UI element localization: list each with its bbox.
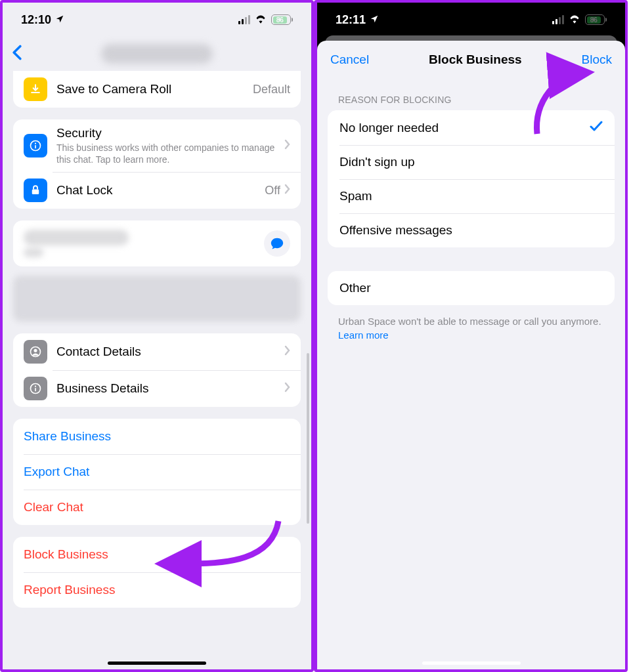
status-time: 12:11 <box>336 13 366 27</box>
action-report-business[interactable]: Report Business <box>13 572 301 608</box>
cancel-button[interactable]: Cancel <box>330 52 369 67</box>
row-value: Off <box>265 184 280 198</box>
redacted-section <box>13 276 301 322</box>
chevron-right-icon <box>284 184 290 198</box>
nav-bar <box>3 37 311 71</box>
cellular-icon <box>552 15 564 24</box>
lock-icon <box>24 178 47 202</box>
svg-rect-2 <box>35 145 36 148</box>
chevron-right-icon <box>284 382 290 396</box>
scroll-indicator <box>307 353 309 524</box>
reason-no-longer-needed[interactable]: No longer needed <box>328 110 615 145</box>
home-indicator <box>108 662 206 665</box>
message-button[interactable] <box>264 230 290 257</box>
svg-point-1 <box>35 143 36 144</box>
contact-icon <box>24 340 47 364</box>
row-label: Contact Details <box>56 345 275 359</box>
action-block-business[interactable]: Block Business <box>13 537 301 572</box>
row-label: Business Details <box>56 381 275 396</box>
reason-didnt-sign-up[interactable]: Didn't sign up <box>328 145 615 179</box>
learn-more-link[interactable]: Learn more <box>338 329 389 341</box>
reason-other[interactable]: Other <box>328 271 615 305</box>
chevron-right-icon <box>284 345 290 359</box>
row-label: Save to Camera Roll <box>56 82 244 96</box>
svg-point-5 <box>34 349 37 352</box>
svg-point-7 <box>35 386 36 387</box>
redacted-text <box>24 230 129 245</box>
action-share-business[interactable]: Share Business <box>13 419 301 454</box>
chevron-right-icon <box>284 139 290 153</box>
back-button[interactable] <box>12 45 22 63</box>
block-modal: Cancel Block Business Block REASON FOR B… <box>317 41 625 669</box>
svg-rect-8 <box>35 388 36 392</box>
right-screenshot: 12:11 86 Cancel Block Business Block REA… <box>314 0 628 672</box>
modal-title: Block Business <box>429 52 522 67</box>
battery-icon: 86 <box>585 14 607 25</box>
nav-title-redacted <box>101 44 213 64</box>
info-icon <box>24 134 47 158</box>
action-clear-chat[interactable]: Clear Chat <box>13 490 301 525</box>
row-security[interactable]: Security This business works with other … <box>13 119 301 172</box>
location-icon <box>370 13 379 27</box>
info-icon <box>24 377 47 400</box>
redacted-text <box>24 248 43 257</box>
row-value: Default <box>253 83 290 96</box>
left-screenshot: 12:10 86 Save to Camera R <box>0 0 314 672</box>
row-business-details[interactable]: Business Details <box>13 370 301 407</box>
status-time: 12:10 <box>21 13 51 27</box>
row-label: Security <box>56 126 275 140</box>
phone-number-section <box>13 220 301 266</box>
action-export-chat[interactable]: Export Chat <box>13 454 301 490</box>
block-button[interactable]: Block <box>582 52 612 67</box>
row-save-camera-roll[interactable]: Save to Camera Roll Default <box>13 71 301 108</box>
home-indicator <box>422 662 521 665</box>
download-icon <box>24 77 47 101</box>
section-header: REASON FOR BLOCKING <box>328 79 615 110</box>
row-chat-lock[interactable]: Chat Lock Off <box>13 172 301 209</box>
status-bar: 12:10 86 <box>3 3 311 37</box>
row-contact-details[interactable]: Contact Details <box>13 333 301 370</box>
battery-icon: 86 <box>271 14 293 25</box>
reason-spam[interactable]: Spam <box>328 179 615 213</box>
modal-nav: Cancel Block Business Block <box>317 41 625 79</box>
row-sublabel: This business works with other companies… <box>56 142 275 165</box>
cellular-icon <box>238 15 250 24</box>
svg-rect-3 <box>32 190 39 195</box>
location-icon <box>55 13 64 27</box>
reason-offensive[interactable]: Offensive messages <box>328 213 615 247</box>
row-label: Chat Lock <box>56 183 255 198</box>
checkmark-icon <box>590 120 603 135</box>
wifi-icon <box>568 13 581 27</box>
wifi-icon <box>254 13 267 27</box>
status-bar: 12:11 86 <box>317 3 625 37</box>
footer-note: Urban Space won't be able to message or … <box>328 305 615 351</box>
